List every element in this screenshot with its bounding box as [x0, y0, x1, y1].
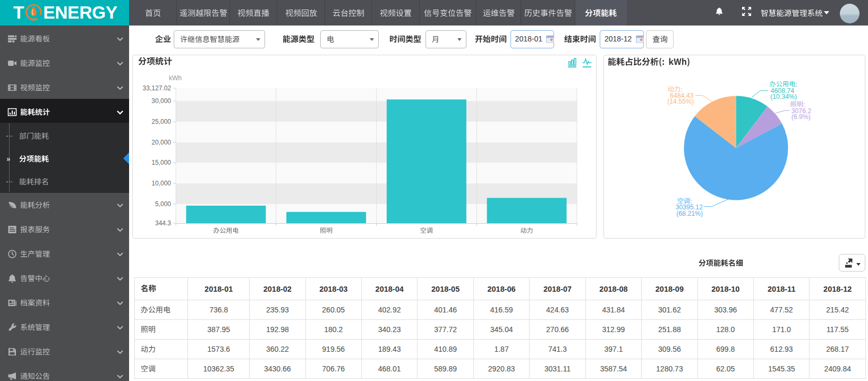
- svg-text:15,000: 15,000: [151, 159, 171, 166]
- svg-text:kWh: kWh: [169, 74, 182, 82]
- svg-text:(6.9%): (6.9%): [792, 113, 811, 121]
- svg-text:5,000: 5,000: [155, 200, 171, 208]
- svg-text:33,127.02: 33,127.02: [143, 84, 172, 92]
- svg-text:20,000: 20,000: [151, 139, 171, 146]
- svg-text:30,000: 30,000: [151, 97, 171, 105]
- svg-text:(68.21%): (68.21%): [676, 210, 703, 217]
- svg-text:344.3: 344.3: [155, 219, 171, 227]
- svg-text:10,000: 10,000: [151, 180, 171, 187]
- svg-text:25,000: 25,000: [151, 118, 171, 125]
- svg-text:(10.34%): (10.34%): [770, 93, 797, 100]
- svg-text:(14.55%): (14.55%): [667, 98, 694, 105]
